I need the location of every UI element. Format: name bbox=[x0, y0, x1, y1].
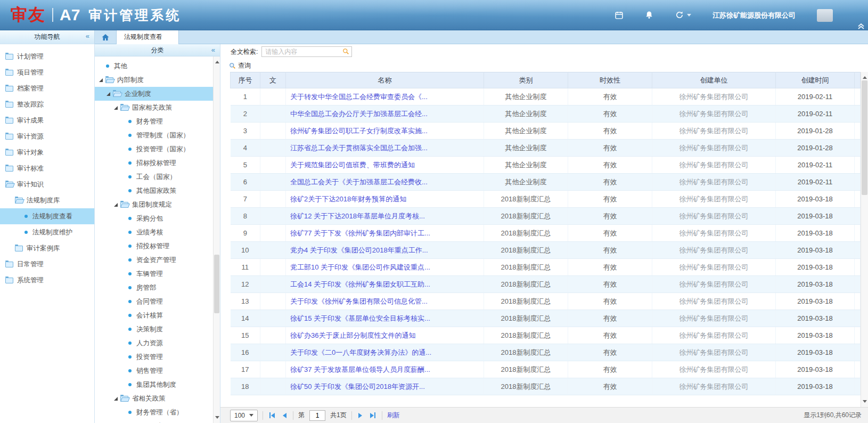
tree-node[interactable]: 决策制度 bbox=[95, 322, 213, 336]
sidebar-item[interactable]: 审计知识 bbox=[0, 176, 94, 192]
tree-node[interactable]: 其他国家政策 bbox=[95, 184, 213, 198]
document-name-link[interactable]: 关于转发中华全国总工会经费审查委员会《... bbox=[290, 93, 428, 101]
expander-icon[interactable] bbox=[99, 78, 103, 82]
column-header[interactable]: 文 bbox=[260, 72, 286, 88]
sidebar-item[interactable]: 法规制度查看 bbox=[0, 208, 94, 224]
tree-node[interactable]: 其他 bbox=[95, 59, 213, 73]
document-name-link[interactable]: 徐矿办36关于废止部分制度性文件的通知 bbox=[290, 331, 415, 339]
tree-node[interactable]: 投资管理 bbox=[95, 350, 213, 364]
document-name-link[interactable]: 关于印发《二0一八年度财务决算办法》的通... bbox=[290, 348, 431, 356]
document-name-link[interactable]: 党办4 关于印发《集团公司2018年重点工作... bbox=[290, 246, 428, 254]
column-header[interactable]: 创建时间 bbox=[776, 72, 855, 88]
sidebar-item[interactable]: 档案管理 bbox=[0, 80, 94, 96]
sidebar-item[interactable]: 日常管理 bbox=[0, 256, 94, 272]
tree-node[interactable]: 企业制度 bbox=[95, 87, 213, 101]
calendar-icon[interactable] bbox=[615, 11, 624, 20]
chevron-down-icon[interactable] bbox=[687, 14, 691, 19]
sidebar-item[interactable]: 审计案例库 bbox=[0, 240, 94, 256]
scroll-up-icon[interactable] bbox=[215, 59, 219, 63]
table-row[interactable]: 5关于规范集团公司值班费、带班费的通知其他企业制度有效徐州矿务集团有限公司201… bbox=[231, 157, 861, 174]
scrollbar-thumb[interactable] bbox=[214, 255, 219, 313]
avatar[interactable] bbox=[817, 9, 833, 22]
tree-node[interactable]: 内部制度 bbox=[95, 73, 213, 87]
document-name-link[interactable]: 中华全国总工会办公厅关于加强基层工会经... bbox=[290, 110, 428, 118]
tree-node[interactable]: 集团其他制度 bbox=[95, 378, 213, 392]
table-row[interactable]: 1关于转发中华全国总工会经费审查委员会《...其他企业制度有效徐州矿务集团有限公… bbox=[231, 88, 861, 105]
table-row[interactable]: 10党办4 关于印发《集团公司2018年重点工作...2018新制度汇总有效徐州… bbox=[231, 242, 861, 259]
tree-node[interactable]: 资金资产管理 bbox=[95, 253, 213, 267]
scrollbar-thumb[interactable] bbox=[862, 80, 867, 195]
expander-icon[interactable] bbox=[114, 106, 118, 110]
table-row[interactable]: 9徐矿77 关于下发《徐州矿务集团内部审计工...2018新制度汇总有效徐州矿务… bbox=[231, 225, 861, 242]
sidebar-item[interactable]: 法规制度维护 bbox=[0, 224, 94, 240]
bell-icon[interactable] bbox=[645, 11, 654, 20]
column-header[interactable]: 类别 bbox=[484, 72, 568, 88]
tree-node[interactable]: 管理制度（国家） bbox=[95, 128, 213, 142]
tree-node[interactable]: 招投标管理 bbox=[95, 239, 213, 253]
category-tree-scrollbar[interactable] bbox=[213, 56, 220, 423]
tab-active[interactable]: 法规制度查看 bbox=[116, 29, 179, 44]
document-name-link[interactable]: 徐矿50 关于印发《集团公司2018年资源开... bbox=[290, 383, 425, 391]
tree-node[interactable]: 合同管理 bbox=[95, 295, 213, 308]
home-icon[interactable] bbox=[101, 33, 110, 42]
tree-node[interactable]: 投资管理（国家） bbox=[95, 142, 213, 156]
document-name-link[interactable]: 徐矿12 关于下达2018年基层单位月度考核... bbox=[290, 212, 425, 220]
table-row[interactable]: 16关于印发《二0一八年度财务决算办法》的通...2018新制度汇总有效徐州矿务… bbox=[231, 344, 861, 361]
document-name-link[interactable]: 徐矿2关于下达2018年财务预算的通知 bbox=[290, 195, 406, 203]
collapse-category-panel-icon[interactable]: « bbox=[211, 46, 215, 53]
tree-node[interactable]: 财务管理（省） bbox=[95, 405, 213, 419]
document-name-link[interactable]: 全国总工会关于《关于加强基层工会经费收... bbox=[290, 178, 428, 186]
expander-icon[interactable] bbox=[114, 397, 118, 401]
tree-node[interactable]: 工会（国家） bbox=[95, 170, 213, 184]
tree-node[interactable]: 销售管理 bbox=[95, 364, 213, 378]
scroll-down-icon[interactable] bbox=[215, 416, 219, 421]
sidebar-item[interactable]: 审计成果 bbox=[0, 112, 94, 128]
tree-node[interactable]: 省相关政策 bbox=[95, 392, 213, 405]
table-row[interactable]: 4江苏省总工会关于贯彻落实全国总工会加强...其他企业制度有效徐州矿务集团有限公… bbox=[231, 140, 861, 157]
prev-page-button[interactable] bbox=[281, 413, 288, 418]
tree-node[interactable]: 工会（省） bbox=[95, 419, 213, 423]
column-header[interactable]: 序号 bbox=[231, 72, 260, 88]
table-row[interactable]: 14徐矿15 关于印发《基层单位安全目标考核实...2018新制度汇总有效徐州矿… bbox=[231, 310, 861, 327]
table-row[interactable]: 6全国总工会关于《关于加强基层工会经费收...其他企业制度有效徐州矿务集团有限公… bbox=[231, 174, 861, 191]
table-row[interactable]: 18徐矿50 关于印发《集团公司2018年资源开...2018新制度汇总有效徐州… bbox=[231, 378, 861, 395]
document-name-link[interactable]: 江苏省总工会关于贯彻落实全国总工会加强... bbox=[290, 144, 428, 152]
next-page-button[interactable] bbox=[357, 413, 364, 418]
sidebar-item[interactable]: 项目管理 bbox=[0, 64, 94, 80]
column-header[interactable]: 名称 bbox=[286, 72, 484, 88]
tree-node[interactable]: 业绩考核 bbox=[95, 225, 213, 239]
sidebar-item[interactable]: 计划管理 bbox=[0, 48, 94, 64]
refresh-link[interactable]: 刷新 bbox=[387, 411, 400, 420]
document-name-link[interactable]: 徐矿77 关于下发《徐州矿务集团内部审计工... bbox=[290, 229, 430, 237]
collapse-left-panel-icon[interactable]: « bbox=[86, 32, 89, 39]
tree-node[interactable]: 集团制度规定 bbox=[95, 198, 213, 212]
sidebar-item[interactable]: 整改跟踪 bbox=[0, 96, 94, 112]
tree-node[interactable]: 国家相关政策 bbox=[95, 101, 213, 115]
table-row[interactable]: 15徐矿办36关于废止部分制度性文件的通知2018新制度汇总有效徐州矿务集团有限… bbox=[231, 327, 861, 344]
column-header[interactable]: 时效性 bbox=[568, 72, 652, 88]
page-size-select[interactable]: 100 bbox=[230, 410, 258, 421]
query-button[interactable]: 查询 bbox=[220, 59, 868, 72]
scroll-down-icon[interactable] bbox=[863, 400, 867, 405]
collapse-header-icon[interactable] bbox=[857, 22, 865, 29]
table-row[interactable]: 11党工部10 关于印发《集团公司作风建设重点...2018新制度汇总有效徐州矿… bbox=[231, 259, 861, 276]
refresh-icon[interactable] bbox=[675, 11, 684, 20]
table-row[interactable]: 17徐矿37 关于发放基层单位领导人员月度薪酬...2018新制度汇总有效徐州矿… bbox=[231, 361, 861, 378]
table-row[interactable]: 8徐矿12 关于下达2018年基层单位月度考核...2018新制度汇总有效徐州矿… bbox=[231, 208, 861, 225]
tree-node[interactable]: 房管部 bbox=[95, 281, 213, 295]
document-name-link[interactable]: 徐矿15 关于印发《基层单位安全目标考核实... bbox=[290, 314, 430, 322]
document-name-link[interactable]: 徐州矿务集团公司职工子女疗制度改革实施... bbox=[290, 127, 428, 135]
sidebar-item[interactable]: 系统管理 bbox=[0, 272, 94, 288]
sidebar-item[interactable]: 审计标准 bbox=[0, 160, 94, 176]
expander-icon[interactable] bbox=[107, 92, 110, 96]
tree-node[interactable]: 招标投标管理 bbox=[95, 156, 213, 170]
sidebar-item[interactable]: 审计对象 bbox=[0, 144, 94, 160]
table-row[interactable]: 7徐矿2关于下达2018年财务预算的通知2018新制度汇总有效徐州矿务集团有限公… bbox=[231, 191, 861, 208]
first-page-button[interactable] bbox=[268, 412, 276, 418]
column-header[interactable]: 创建单位 bbox=[652, 72, 776, 88]
page-number-input[interactable] bbox=[309, 410, 325, 421]
expander-icon[interactable] bbox=[114, 203, 118, 207]
document-name-link[interactable]: 工会14 关于印发《徐州矿务集团女职工互助... bbox=[290, 280, 430, 288]
document-name-link[interactable]: 党工部10 关于印发《集团公司作风建设重点... bbox=[290, 263, 430, 271]
tree-node[interactable]: 采购分包 bbox=[95, 212, 213, 225]
